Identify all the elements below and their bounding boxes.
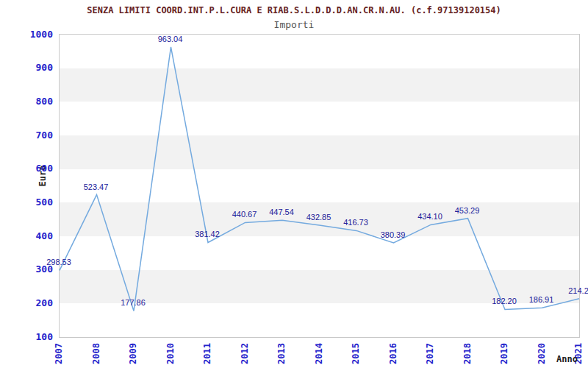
x-tick-label: 2020 — [537, 339, 546, 364]
data-point-label: 523.47 — [73, 183, 120, 191]
data-point-label: 963.04 — [147, 35, 194, 43]
data-point-label: 380.39 — [370, 230, 417, 239]
plot-area — [59, 34, 580, 338]
y-tick-label: 500 — [19, 197, 53, 207]
x-axis-title: Anno — [556, 354, 578, 364]
x-tick-label: 2014 — [315, 339, 323, 364]
y-tick-label: 200 — [19, 298, 53, 308]
data-point-label: 453.29 — [444, 206, 491, 215]
chart-subtitle: Importi — [0, 19, 588, 30]
x-tick-label: 2016 — [389, 339, 398, 364]
x-tick-label: 2008 — [92, 339, 101, 364]
y-tick-label: 900 — [19, 63, 53, 72]
y-tick-label: 400 — [19, 231, 53, 241]
y-tick-label: 1000 — [19, 29, 53, 39]
x-tick-label: 2013 — [277, 339, 286, 364]
x-tick-label: 2010 — [166, 339, 175, 364]
data-point-label: 177.86 — [110, 298, 157, 307]
y-tick-label: 700 — [19, 130, 53, 140]
data-point-label: 186.91 — [518, 295, 565, 304]
y-tick-label: 100 — [19, 332, 53, 342]
data-point-label: 381.42 — [184, 230, 231, 238]
x-tick-label: 2019 — [500, 339, 509, 364]
chart-title: SENZA LIMITI COORD.INT.P.L.CURA E RIAB.S… — [0, 5, 588, 15]
x-tick-label: 2007 — [54, 339, 63, 364]
x-tick-label: 2018 — [463, 339, 472, 364]
y-tick-label: 600 — [19, 163, 53, 173]
x-tick-label: 2012 — [240, 339, 249, 364]
x-tick-label: 2015 — [351, 339, 360, 364]
x-tick-label: 2009 — [129, 339, 137, 364]
data-point-label: 298.53 — [35, 258, 82, 266]
data-line — [60, 47, 579, 311]
data-point-label: 214.2 — [555, 286, 588, 295]
y-tick-label: 800 — [19, 96, 53, 106]
x-tick-label: 2011 — [203, 339, 212, 364]
x-tick-label: 2017 — [426, 339, 434, 364]
line-series — [60, 35, 579, 337]
data-point-label: 416.73 — [332, 218, 379, 227]
